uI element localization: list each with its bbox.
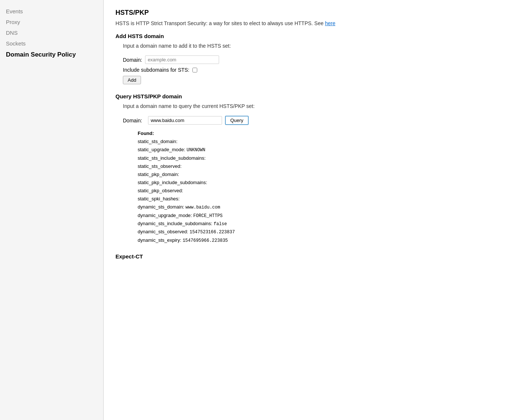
result-static-upgrade-mode: static_upgrade_mode: UNKNOWN bbox=[138, 146, 512, 154]
query-hsts-instruction: Input a domain name to query the current… bbox=[123, 103, 512, 109]
hsts-pkp-title: HSTS/PKP bbox=[115, 9, 512, 17]
sidebar-item-proxy[interactable]: Proxy bbox=[0, 17, 103, 27]
sidebar-item-events[interactable]: Events bbox=[0, 6, 103, 17]
sidebar: Events Proxy DNS Sockets Domain Security… bbox=[0, 0, 104, 420]
query-domain-label: Domain: bbox=[123, 118, 142, 123]
query-hsts-section: Query HSTS/PKP domain Input a domain nam… bbox=[115, 93, 512, 244]
result-dynamic-sts-observed: dynamic_sts_observed: 1547523166.223837 bbox=[138, 228, 512, 236]
add-hsts-title: Add HSTS domain bbox=[115, 33, 512, 39]
sidebar-item-domain-security-policy[interactable]: Domain Security Policy bbox=[0, 49, 103, 61]
found-label: Found: bbox=[138, 129, 512, 138]
hsts-link[interactable]: here bbox=[325, 20, 335, 26]
query-domain-row: Domain: Query bbox=[123, 116, 512, 125]
query-hsts-title: Query HSTS/PKP domain bbox=[115, 93, 512, 99]
include-subdomains-label: Include subdomains for STS: bbox=[123, 67, 189, 73]
main-content: HSTS/PKP HSTS is HTTP Strict Transport S… bbox=[104, 0, 524, 420]
add-hsts-form: Input a domain name to add it to the HST… bbox=[123, 43, 512, 84]
result-dynamic-sts-include-subdomains: dynamic_sts_include_subdomains: false bbox=[138, 220, 512, 228]
result-dynamic-sts-domain: dynamic_sts_domain: www.baidu.com bbox=[138, 203, 512, 211]
sidebar-item-sockets[interactable]: Sockets bbox=[0, 38, 103, 49]
query-domain-input[interactable] bbox=[148, 116, 222, 125]
result-dynamic-upgrade-mode: dynamic_upgrade_mode: FORCE_HTTPS bbox=[138, 211, 512, 220]
query-hsts-form: Input a domain name to query the current… bbox=[123, 103, 512, 244]
include-subdomains-checkbox[interactable] bbox=[192, 68, 197, 72]
query-results: Found: static_sts_domain: static_upgrade… bbox=[138, 129, 512, 244]
result-static-pkp-domain: static_pkp_domain: bbox=[138, 170, 512, 179]
expect-ct-title: Expect-CT bbox=[115, 253, 512, 260]
domain-label: Domain: bbox=[123, 57, 142, 63]
include-subdomains-row: Include subdomains for STS: bbox=[123, 67, 512, 73]
domain-row: Domain: bbox=[123, 55, 512, 64]
sidebar-item-dns[interactable]: DNS bbox=[0, 27, 103, 38]
hsts-description: HSTS is HTTP Strict Transport Security: … bbox=[115, 20, 512, 26]
add-button[interactable]: Add bbox=[123, 76, 141, 84]
add-hsts-instruction: Input a domain name to add it to the HST… bbox=[123, 43, 512, 49]
result-static-pkp-include-subdomains: static_pkp_include_subdomains: bbox=[138, 179, 512, 187]
query-button[interactable]: Query bbox=[225, 116, 248, 125]
result-static-sts-observed: static_sts_observed: bbox=[138, 162, 512, 170]
result-static-sts-include-subdomains: static_sts_include_subdomains: bbox=[138, 154, 512, 162]
result-dynamic-sts-expiry: dynamic_sts_expiry: 1547695966.223835 bbox=[138, 236, 512, 244]
add-hsts-domain-input[interactable] bbox=[145, 55, 219, 64]
result-static-spki-hashes: static_spki_hashes: bbox=[138, 195, 512, 203]
result-static-pkp-observed: static_pkp_observed: bbox=[138, 187, 512, 195]
result-static-sts-domain: static_sts_domain: bbox=[138, 138, 512, 146]
